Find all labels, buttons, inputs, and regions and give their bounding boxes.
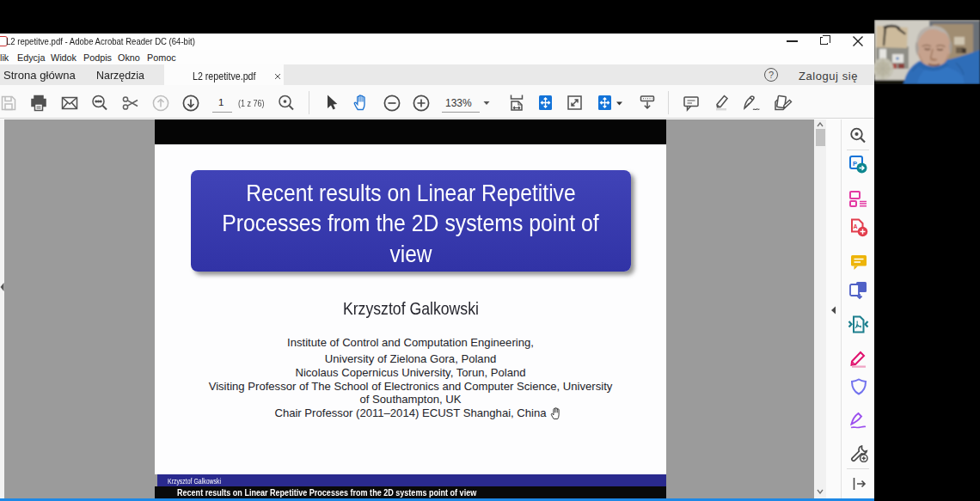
svg-text:A: A [854, 223, 858, 229]
svg-text:P: P [853, 160, 857, 168]
